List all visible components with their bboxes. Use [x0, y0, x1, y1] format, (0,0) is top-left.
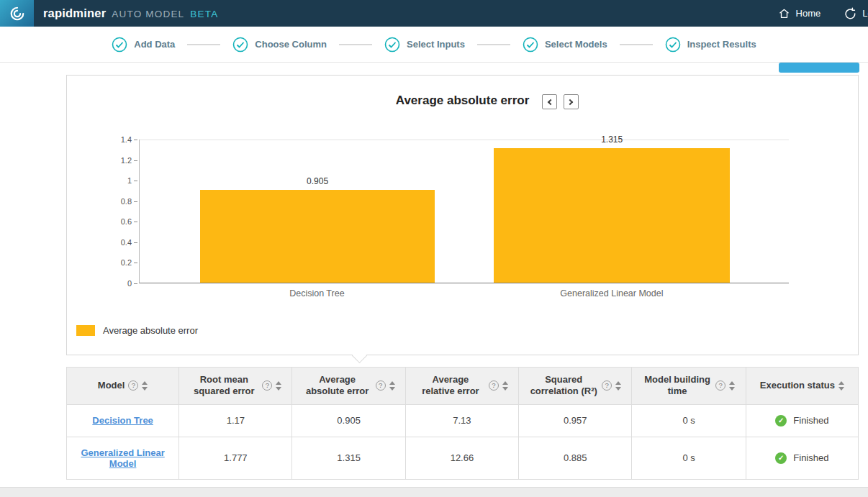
table-cell: 0 s [632, 437, 746, 479]
column-label: Squared correlation (R²) [529, 374, 598, 398]
step-check-icon [112, 37, 127, 53]
y-axis: 1.4 1.2 1 0.8 0.6 0.4 0.2 0 [109, 140, 139, 283]
beta-badge: BETA [190, 9, 218, 19]
step-check-icon [665, 37, 681, 53]
chevron-left-icon [547, 99, 553, 104]
step-select-models[interactable]: Select Models [523, 37, 607, 53]
bar-value-label: 1.315 [601, 134, 623, 145]
bar-generalized-linear-model: 1.315 [494, 140, 729, 283]
sort-icon [276, 381, 281, 391]
y-tick-label: 0.4 [121, 238, 132, 247]
logout-label: Log [862, 8, 868, 19]
bar-chart: 1.4 1.2 1 0.8 0.6 0.4 0.2 0 0.905 1.315 [109, 140, 789, 304]
rapidminer-logo-icon [9, 6, 25, 22]
table-cell: 0.905 [292, 404, 405, 437]
help-icon[interactable] [489, 380, 499, 391]
product-name: AUTO MODEL [112, 9, 184, 19]
brand: rapidminer AUTO MODEL BETA [43, 6, 218, 20]
step-choose-column[interactable]: Choose Column [232, 37, 327, 53]
column-label: Model [98, 380, 125, 391]
step-label: Inspect Results [687, 39, 756, 50]
chart-card: Average absolute error 1.4 1.2 1 0.8 0.6… [66, 75, 859, 355]
table-header-row: Model Root mean squared error Average ab… [67, 368, 859, 405]
step-check-icon [384, 37, 400, 53]
home-button[interactable]: Home [778, 8, 821, 19]
sort-icon [142, 381, 148, 391]
bar-value-label: 0.905 [307, 176, 328, 186]
step-label: Choose Column [255, 39, 327, 50]
legend-label: Average absolute error [103, 325, 198, 336]
results-table: Model Root mean squared error Average ab… [66, 367, 859, 480]
bar [200, 190, 435, 283]
legend-swatch [76, 325, 95, 336]
table-row: Decision Tree 1.17 0.905 7.13 0.957 0 s … [67, 404, 859, 437]
column-header-root-mean-squared-error[interactable]: Root mean squared error [179, 368, 292, 405]
step-connector [339, 44, 372, 45]
column-header-execution-status[interactable]: Execution status [746, 368, 858, 405]
step-check-icon [232, 37, 248, 53]
rapidminer-logo[interactable] [0, 0, 34, 27]
topbar-right: Home Log [778, 7, 868, 20]
column-header-model-building-time[interactable]: Model building time [632, 368, 746, 405]
table-row: Generalized Linear Model 1.777 1.315 12.… [67, 437, 859, 479]
status-cell: Finished [746, 437, 858, 479]
y-tick-label: 0 [127, 279, 132, 288]
help-icon[interactable] [376, 380, 386, 391]
table-cell: 0.885 [519, 437, 632, 479]
home-label: Home [796, 8, 821, 19]
sort-icon [838, 381, 844, 391]
chart-legend: Average absolute error [76, 325, 858, 336]
sort-icon [615, 381, 621, 391]
prev-chart-button[interactable] [542, 94, 557, 109]
model-cell: Generalized Linear Model [67, 437, 179, 479]
model-link-generalized-linear-model[interactable]: Generalized Linear Model [81, 447, 164, 469]
help-icon[interactable] [128, 380, 138, 391]
next-chart-button[interactable] [564, 94, 579, 109]
column-header-squared-correlation[interactable]: Squared correlation (R²) [519, 368, 632, 405]
help-icon[interactable] [715, 380, 725, 391]
bar-decision-tree: 0.905 [200, 140, 435, 283]
primary-action-button[interactable] [779, 63, 859, 73]
status-cell: Finished [746, 404, 858, 437]
table-cell: 12.66 [405, 437, 518, 479]
step-connector [620, 44, 653, 45]
table-cell: 7.13 [405, 404, 518, 437]
step-add-data[interactable]: Add Data [112, 37, 175, 53]
bar [494, 148, 729, 283]
finished-check-icon [775, 415, 787, 427]
main-content: Average absolute error 1.4 1.2 1 0.8 0.6… [66, 75, 859, 480]
x-category-label: Decision Tree [199, 288, 435, 298]
step-label: Add Data [134, 39, 175, 50]
home-icon [778, 8, 790, 19]
step-label: Select Models [545, 39, 607, 50]
table-cell: 1.777 [179, 437, 292, 479]
status-label: Finished [793, 415, 828, 426]
help-icon[interactable] [262, 380, 272, 391]
column-label: Average relative error [416, 374, 485, 398]
y-tick-label: 1 [127, 176, 132, 185]
column-header-average-relative-error[interactable]: Average relative error [405, 368, 518, 405]
step-connector [477, 44, 510, 45]
column-header-average-absolute-error[interactable]: Average absolute error [292, 368, 405, 405]
model-link-decision-tree[interactable]: Decision Tree [92, 415, 153, 426]
step-select-inputs[interactable]: Select Inputs [384, 37, 465, 53]
table-cell: 0.957 [519, 404, 632, 437]
sort-icon [502, 381, 508, 391]
model-cell: Decision Tree [67, 404, 179, 437]
logout-button[interactable]: Log [844, 7, 868, 20]
help-icon[interactable] [602, 380, 612, 391]
step-label: Select Inputs [407, 39, 465, 50]
x-category-label: Generalized Linear Model [494, 288, 730, 298]
y-tick-label: 0.6 [121, 217, 132, 226]
step-check-icon [523, 37, 538, 53]
step-inspect-results[interactable]: Inspect Results [665, 37, 756, 53]
plot-area: 0.905 1.315 [139, 140, 789, 283]
table-cell: 1.315 [292, 437, 405, 479]
column-header-model[interactable]: Model [67, 368, 179, 405]
y-tick-label: 0.8 [121, 197, 132, 206]
column-label: Average absolute error [303, 374, 372, 398]
brand-name: rapidminer [43, 6, 106, 20]
chevron-right-icon [566, 99, 572, 104]
footer-strip [0, 487, 868, 497]
column-label: Model building time [643, 374, 712, 398]
